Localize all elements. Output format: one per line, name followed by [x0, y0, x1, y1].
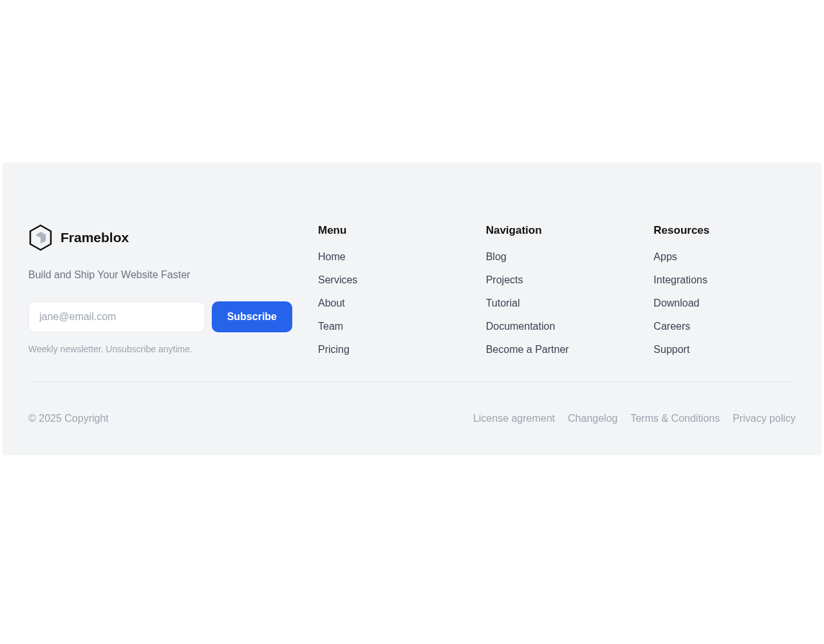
link-projects[interactable]: Projects: [486, 274, 523, 285]
footer-main: Frameblox Build and Ship Your Website Fa…: [28, 224, 796, 382]
footer: Frameblox Build and Ship Your Website Fa…: [3, 162, 821, 455]
footer-columns: Menu Home Services About Team Pricing Na…: [318, 224, 796, 355]
tagline: Build and Ship Your Website Faster: [28, 269, 292, 281]
link-support[interactable]: Support: [653, 344, 689, 355]
link-services[interactable]: Services: [318, 274, 357, 285]
link-download[interactable]: Download: [653, 298, 699, 308]
subscribe-button[interactable]: Subscribe: [212, 301, 292, 332]
copyright-text: © 2025 Copyright: [28, 413, 109, 424]
email-input[interactable]: [28, 301, 205, 332]
col-title: Menu: [318, 224, 460, 237]
hexagon-logo-icon: [28, 224, 53, 251]
subscribe-form: Subscribe: [28, 301, 292, 332]
link-apps[interactable]: Apps: [653, 251, 677, 262]
link-changelog[interactable]: Changelog: [568, 413, 617, 424]
newsletter-note: Weekly newsletter. Unsubscribe anytime.: [28, 344, 292, 354]
footer-col-navigation: Navigation Blog Projects Tutorial Docume…: [486, 224, 628, 355]
link-pricing[interactable]: Pricing: [318, 344, 350, 355]
footer-bottom: © 2025 Copyright License agrement Change…: [28, 382, 796, 430]
footer-col-resources: Resources Apps Integrations Download Car…: [653, 224, 796, 355]
link-integrations[interactable]: Integrations: [653, 274, 707, 285]
brand-name: Frameblox: [61, 230, 129, 245]
link-blog[interactable]: Blog: [486, 251, 507, 262]
col-title: Navigation: [486, 224, 628, 237]
link-privacy-policy[interactable]: Privacy policy: [733, 413, 796, 424]
footer-brand-section: Frameblox Build and Ship Your Website Fa…: [28, 224, 292, 355]
brand-row: Frameblox: [28, 224, 292, 251]
link-become-partner[interactable]: Become a Partner: [486, 344, 569, 355]
legal-links: License agrement Changelog Terms & Condi…: [473, 413, 796, 424]
link-careers[interactable]: Careers: [653, 321, 690, 332]
link-home[interactable]: Home: [318, 251, 346, 262]
link-license-agreement[interactable]: License agrement: [473, 413, 555, 424]
link-tutorial[interactable]: Tutorial: [486, 298, 520, 308]
footer-col-menu: Menu Home Services About Team Pricing: [318, 224, 460, 355]
svg-marker-1: [35, 232, 46, 243]
link-team[interactable]: Team: [318, 321, 343, 332]
link-terms-conditions[interactable]: Terms & Conditions: [630, 413, 720, 424]
col-title: Resources: [653, 224, 796, 237]
link-about[interactable]: About: [318, 298, 345, 308]
link-documentation[interactable]: Documentation: [486, 321, 556, 332]
